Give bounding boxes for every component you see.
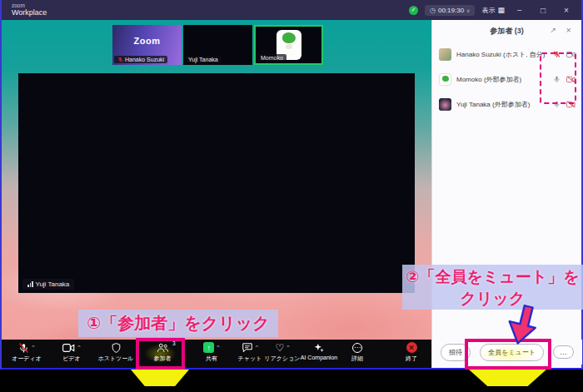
heart-icon: ♡ xyxy=(275,343,284,353)
more-button[interactable]: ⋯ 詳細 xyxy=(334,341,381,363)
meeting-timer[interactable]: ◷ 00:19:30 ∨ xyxy=(425,5,476,16)
chevron-up-icon[interactable]: ^ xyxy=(32,345,34,350)
panel-close-icon[interactable]: × xyxy=(566,25,571,35)
minimize-button[interactable]: − xyxy=(511,6,528,15)
thumbnail-yuji[interactable]: Yuji Tanaka xyxy=(183,25,252,65)
chevron-up-icon[interactable]: ^ xyxy=(256,345,258,350)
audio-button[interactable]: ^ オーディオ xyxy=(3,341,50,363)
video-button[interactable]: ^ ビデオ xyxy=(48,341,95,363)
meeting-toolbar: ^ オーディオ ^ ビデオ xyxy=(2,340,431,368)
thumbnail-name-label: Momoko xyxy=(257,54,287,62)
panel-title: 参加者 (3) xyxy=(490,26,524,37)
app-identity: zoom Workplace xyxy=(12,3,47,17)
view-label: 表示 xyxy=(481,6,495,15)
chevron-up-icon[interactable]: ^ xyxy=(287,345,289,350)
maximize-button[interactable]: □ xyxy=(535,6,551,15)
yellow-glow-mute-all xyxy=(469,370,546,386)
clock-icon: ◷ xyxy=(430,7,436,14)
avatar xyxy=(439,48,451,61)
avatar xyxy=(439,98,451,111)
titlebar: zoom Workplace ✓ ◷ 00:19:30 ∨ 表示 ▦ − □ × xyxy=(2,0,581,20)
chevron-up-icon[interactable]: ^ xyxy=(77,345,80,350)
chevron-up-icon[interactable]: ^ xyxy=(217,345,219,350)
thumbnail-name-label: Yuji Tanaka xyxy=(185,56,222,63)
security-check-icon[interactable]: ✓ xyxy=(409,6,418,15)
footer-more-button[interactable]: … xyxy=(553,345,574,359)
end-x-icon: ✕ xyxy=(406,342,417,353)
mic-muted-icon xyxy=(18,342,29,354)
avatar xyxy=(439,73,451,86)
titlebar-right: ✓ ◷ 00:19:30 ∨ 表示 ▦ − □ × xyxy=(409,5,575,16)
video-thumbnails: Zoom Hanako Suzuki Yuji Tanaka xyxy=(112,25,323,65)
popout-icon[interactable]: ↗ xyxy=(550,26,556,34)
chevron-down-icon: ∨ xyxy=(466,7,470,13)
annotation-step2: ②「全員をミュート」を クリック xyxy=(402,265,583,310)
host-tools-button[interactable]: ホストツール xyxy=(92,341,139,363)
sparkle-icon xyxy=(313,342,325,354)
annotation-step1: ①「参加者」をクリック xyxy=(78,310,278,337)
highlight-dashed-mic-column xyxy=(540,52,576,104)
view-button[interactable]: 表示 ▦ xyxy=(481,6,505,15)
share-screen-icon: ↑ xyxy=(203,342,214,353)
yellow-glow-participants xyxy=(131,370,189,386)
end-meeting-button[interactable]: ✕ 終了 xyxy=(388,341,431,363)
chat-bubble-icon xyxy=(242,342,253,353)
shield-icon xyxy=(111,342,122,354)
speaker-name-label: Yuji Tanaka xyxy=(22,279,74,290)
grid-view-icon: ▦ xyxy=(497,6,505,14)
active-speaker-video: Yuji Tanaka xyxy=(18,73,415,293)
highlight-rect-participants xyxy=(136,338,185,370)
camera-icon xyxy=(62,343,75,353)
panel-header: 参加者 (3) ↗ × xyxy=(432,20,581,42)
screenshot-root: zoom Workplace ✓ ◷ 00:19:30 ∨ 表示 ▦ − □ × xyxy=(0,0,583,392)
signal-bars-icon xyxy=(27,281,33,287)
app-subtitle: Workplace xyxy=(12,9,47,17)
close-button[interactable]: × xyxy=(558,6,575,15)
thumbnail-momoko[interactable]: Momoko xyxy=(254,25,323,65)
thumbnail-hanako[interactable]: Zoom Hanako Suzuki xyxy=(112,25,182,65)
annotation-arrow-icon xyxy=(503,305,541,346)
ellipsis-icon: ⋯ xyxy=(352,343,362,353)
thumbnail-name-label: Hanako Suzuki xyxy=(114,56,167,63)
mic-muted-icon xyxy=(117,57,123,62)
virtual-background-text: Zoom xyxy=(112,36,182,46)
timer-value: 00:19:30 xyxy=(438,7,464,14)
